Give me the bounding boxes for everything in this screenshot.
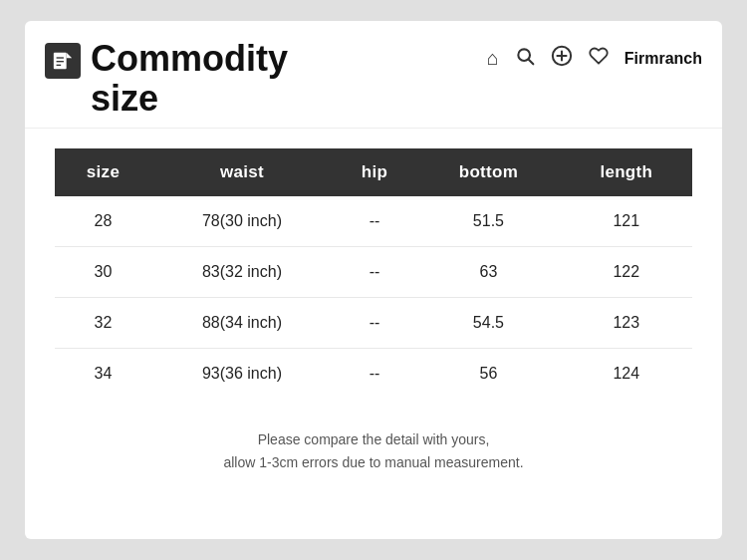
- header: Commodity size ⌂: [25, 21, 722, 129]
- cell-waist: 88(34 inch): [151, 298, 333, 349]
- cell-waist: 83(32 inch): [151, 247, 333, 298]
- svg-line-6: [529, 60, 534, 65]
- cell-length: 124: [561, 349, 692, 400]
- cell-bottom: 51.5: [416, 196, 560, 247]
- cell-size: 30: [55, 247, 151, 298]
- cell-bottom: 56: [416, 349, 560, 400]
- col-waist: waist: [151, 148, 333, 196]
- col-size: size: [55, 148, 151, 196]
- cell-waist: 93(36 inch): [151, 349, 333, 400]
- cell-length: 121: [561, 196, 692, 247]
- title-block: Commodity size: [91, 39, 288, 118]
- table-row: 3288(34 inch)--54.5123: [55, 298, 692, 349]
- cell-length: 122: [561, 247, 692, 298]
- table-row: 3493(36 inch)--56124: [55, 349, 692, 400]
- cell-size: 28: [55, 196, 151, 247]
- cell-hip: --: [333, 247, 416, 298]
- cell-hip: --: [333, 298, 416, 349]
- search-icon[interactable]: [515, 46, 535, 71]
- col-bottom: bottom: [416, 148, 560, 196]
- header-left: Commodity size: [45, 39, 288, 118]
- cell-size: 32: [55, 298, 151, 349]
- cell-hip: --: [333, 349, 416, 400]
- note-line1: Please compare the detail with yours,: [55, 428, 692, 450]
- table-row: 3083(32 inch)--63122: [55, 247, 692, 298]
- cell-length: 123: [561, 298, 692, 349]
- svg-rect-3: [57, 61, 64, 62]
- cell-waist: 78(30 inch): [151, 196, 333, 247]
- svg-marker-1: [67, 53, 73, 59]
- table-row: 2878(30 inch)--51.5121: [55, 196, 692, 247]
- main-card: Commodity size ⌂: [25, 21, 722, 539]
- size-table: size waist hip bottom length 2878(30 inc…: [55, 148, 692, 399]
- header-icons: ⌂ Firmranch: [487, 45, 702, 72]
- add-icon[interactable]: [551, 45, 573, 72]
- home-icon[interactable]: ⌂: [487, 47, 499, 70]
- svg-rect-4: [57, 65, 62, 66]
- col-hip: hip: [333, 148, 416, 196]
- cell-size: 34: [55, 349, 151, 400]
- cell-bottom: 54.5: [416, 298, 560, 349]
- cell-bottom: 63: [416, 247, 560, 298]
- page-title: Commodity size: [91, 39, 288, 118]
- col-length: length: [561, 148, 692, 196]
- brand-label: Firmranch: [624, 50, 702, 68]
- cell-hip: --: [333, 196, 416, 247]
- table-container: size waist hip bottom length 2878(30 inc…: [25, 129, 722, 409]
- table-header-row: size waist hip bottom length: [55, 148, 692, 196]
- svg-rect-2: [57, 57, 64, 58]
- logo-icon: [45, 43, 81, 79]
- note-section: Please compare the detail with yours, al…: [25, 428, 722, 473]
- note-line2: allow 1-3cm errors due to manual measure…: [55, 451, 692, 473]
- heart-icon[interactable]: [589, 46, 609, 71]
